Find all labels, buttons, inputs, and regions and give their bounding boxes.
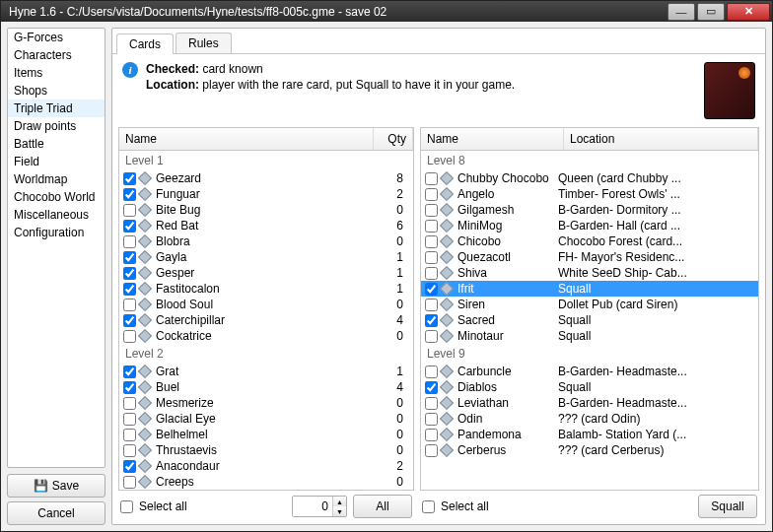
row-checkbox[interactable] [123,188,136,201]
sidebar-item[interactable]: Items [8,64,105,82]
squall-button[interactable]: Squall [698,495,757,518]
sidebar-item[interactable]: Chocobo World [8,188,105,206]
sidebar-item[interactable]: Miscellaneous [8,206,105,224]
list-row[interactable]: Cerberus??? (card Cerberus) [421,442,758,458]
list-row[interactable]: PandemonaBalamb- Station Yard (... [421,427,758,442]
list-row[interactable]: Chubby ChocoboQueen (card Chubby ... [421,170,758,186]
cancel-button[interactable]: Cancel [7,501,105,525]
list-row[interactable]: Blobra0 [119,233,413,249]
list-row[interactable]: Mesmerize0 [119,395,413,411]
list-row[interactable]: Grat1 [119,364,413,379]
row-checkbox[interactable] [123,204,136,217]
row-checkbox[interactable] [425,444,438,457]
sidebar-item[interactable]: Worldmap [8,170,105,188]
list-row[interactable]: Blood Soul0 [119,297,413,312]
list-row[interactable]: Fastitocalon1 [119,281,413,297]
list-row[interactable]: SacredSquall [421,312,758,328]
close-button[interactable]: ✕ [727,3,770,21]
list-row[interactable]: QuezacotlFH- Mayor's Residenc... [421,249,758,265]
row-checkbox[interactable] [123,444,136,457]
save-button[interactable]: 💾 Save [7,474,105,498]
qty-spinner[interactable]: ▲ ▼ [292,496,347,517]
maximize-button[interactable]: ▭ [697,3,725,21]
sidebar-item[interactable]: Triple Triad [8,100,105,117]
tab[interactable]: Cards [116,33,174,54]
row-checkbox[interactable] [425,429,438,441]
sidebar-item[interactable]: Battle [8,135,105,153]
list-row[interactable]: LeviathanB-Garden- Headmaste... [421,395,758,411]
list-row[interactable]: GilgameshB-Garden- Dormitory ... [421,202,758,218]
row-checkbox[interactable] [425,397,438,410]
list-row[interactable]: Belhelmel0 [119,427,413,442]
list-row[interactable]: Bite Bug0 [119,202,413,218]
spin-down-icon[interactable]: ▼ [332,506,346,516]
row-checkbox[interactable] [425,267,438,280]
row-checkbox[interactable] [425,330,438,343]
select-all-checkbox-right[interactable] [422,500,435,513]
row-checkbox[interactable] [425,204,438,217]
col-name[interactable]: Name [119,128,374,150]
list-row[interactable]: MinotaurSquall [421,328,758,344]
col-location[interactable]: Location [564,128,758,150]
list-row[interactable]: Anacondaur2 [119,458,413,474]
row-checkbox[interactable] [425,220,438,233]
row-checkbox[interactable] [123,299,136,311]
tab[interactable]: Rules [176,33,232,53]
list-row[interactable]: CarbuncleB-Garden- Headmaste... [421,364,758,379]
row-checkbox[interactable] [123,476,136,489]
sidebar-item[interactable]: Characters [8,46,105,64]
minimize-button[interactable]: — [668,3,695,21]
list-row[interactable]: AngeloTimber- Forest Owls' ... [421,186,758,202]
sidebar-item[interactable]: Shops [8,82,105,100]
list-row[interactable]: Cockatrice0 [119,328,413,344]
row-checkbox[interactable] [425,413,438,426]
row-checkbox[interactable] [123,330,136,343]
row-checkbox[interactable] [425,283,438,296]
spin-up-icon[interactable]: ▲ [332,497,346,506]
list-row[interactable]: ShivaWhite SeeD Ship- Cab... [421,265,758,281]
qty-input[interactable] [293,497,332,516]
left-list-body[interactable]: Level 1Geezard8Funguar2Bite Bug0Red Bat6… [118,150,414,491]
list-row[interactable]: Creeps0 [119,474,413,490]
select-all-checkbox-left[interactable] [120,500,133,513]
row-checkbox[interactable] [425,188,438,201]
list-row[interactable]: Buel4 [119,379,413,395]
row-checkbox[interactable] [123,381,136,394]
row-checkbox[interactable] [123,366,136,378]
row-checkbox[interactable] [425,251,438,264]
list-row[interactable]: Red Bat6 [119,218,413,233]
row-checkbox[interactable] [123,283,136,296]
sidebar-item[interactable]: Field [8,153,105,170]
row-checkbox[interactable] [123,172,136,185]
list-row[interactable]: Odin??? (card Odin) [421,411,758,427]
row-checkbox[interactable] [123,413,136,426]
list-row[interactable]: Glacial Eye0 [119,411,413,427]
list-row[interactable]: Thrustaevis0 [119,442,413,458]
list-row[interactable]: Gayla1 [119,249,413,265]
row-checkbox[interactable] [123,397,136,410]
list-row[interactable]: IfritSquall [421,281,758,297]
sidebar-item[interactable]: G-Forces [8,29,105,46]
row-checkbox[interactable] [425,299,438,311]
list-row[interactable]: Geezard8 [119,170,413,186]
list-row[interactable]: Caterchipillar4 [119,312,413,328]
row-checkbox[interactable] [123,429,136,441]
row-checkbox[interactable] [425,172,438,185]
sidebar-item[interactable]: Draw points [8,117,105,135]
list-row[interactable]: ChicoboChocobo Forest (card... [421,233,758,249]
row-checkbox[interactable] [123,460,136,473]
row-checkbox[interactable] [425,366,438,378]
list-row[interactable]: Funguar2 [119,186,413,202]
list-row[interactable]: Gesper1 [119,265,413,281]
row-checkbox[interactable] [425,314,438,327]
row-checkbox[interactable] [123,267,136,280]
col-name[interactable]: Name [421,128,564,150]
row-checkbox[interactable] [425,381,438,394]
row-checkbox[interactable] [123,220,136,233]
list-row[interactable]: MiniMogB-Garden- Hall (card ... [421,218,758,233]
right-list-body[interactable]: Level 8Chubby ChocoboQueen (card Chubby … [420,150,759,491]
list-row[interactable]: DiablosSquall [421,379,758,395]
sidebar-item[interactable]: Configuration [8,224,105,241]
row-checkbox[interactable] [123,235,136,248]
row-checkbox[interactable] [425,235,438,248]
